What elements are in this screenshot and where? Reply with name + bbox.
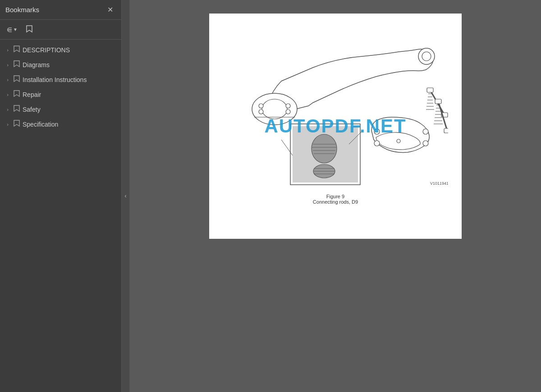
bookmark-arrow-icon: › xyxy=(5,92,11,97)
grid-view-button[interactable]: ⋹ ▼ xyxy=(5,25,20,35)
figure-caption: Figure 9 Connecting rods, D9 xyxy=(313,194,358,205)
collapse-panel-handle[interactable]: ‹ xyxy=(122,0,130,392)
svg-rect-34 xyxy=(427,88,433,92)
image-ref: V1011941 xyxy=(430,181,448,186)
close-button[interactable]: ✕ xyxy=(105,5,116,15)
bookmark-marker-icon xyxy=(14,90,20,99)
sidebar-header: Bookmarks ✕ xyxy=(0,0,121,20)
page-container: V1011941 AUTOPDF.NET Figure 9 Connecting… xyxy=(209,14,462,239)
collapse-icon: ‹ xyxy=(125,193,127,199)
bookmark-marker-icon xyxy=(14,105,20,114)
figure-title: Figure 9 xyxy=(313,194,358,199)
bookmark-item-descriptions[interactable]: › DESCRIPTIONS xyxy=(0,42,121,57)
bookmark-marker-icon xyxy=(14,120,20,128)
sidebar: Bookmarks ✕ ⋹ ▼ › DESCRIPTIONS xyxy=(0,0,122,392)
svg-rect-45 xyxy=(444,128,448,133)
svg-point-5 xyxy=(259,109,263,114)
bookmark-arrow-icon: › xyxy=(5,77,11,82)
bookmark-item-repair[interactable]: › Repair xyxy=(0,87,121,102)
bookmark-icon xyxy=(26,25,33,34)
bookmark-arrow-icon: › xyxy=(5,62,11,68)
bookmark-label: Safety xyxy=(23,106,117,113)
bookmark-marker-icon xyxy=(14,60,20,69)
bookmark-label: DESCRIPTIONS xyxy=(23,46,117,54)
bookmark-item-installation-instructions[interactable]: › Installation Instructions xyxy=(0,72,121,87)
bookmark-list: › DESCRIPTIONS › Diagrams › Ins xyxy=(0,40,121,392)
svg-point-25 xyxy=(423,129,428,134)
connecting-rods-diagram: V1011941 xyxy=(223,27,448,189)
svg-point-3 xyxy=(422,52,431,61)
bookmark-label: Installation Instructions xyxy=(23,76,117,83)
svg-point-24 xyxy=(374,141,380,146)
grid-icon: ⋹ xyxy=(7,26,12,33)
close-icon: ✕ xyxy=(107,6,113,14)
main-rod xyxy=(252,48,435,125)
sidebar-title: Bookmarks xyxy=(5,6,39,14)
bookmark-arrow-icon: › xyxy=(5,122,11,127)
svg-point-23 xyxy=(374,129,380,134)
bookmark-item-diagrams[interactable]: › Diagrams xyxy=(0,57,121,72)
bearing-cap xyxy=(371,117,429,152)
bookmark-marker-icon xyxy=(14,75,20,84)
svg-rect-44 xyxy=(435,99,441,104)
detail-inset xyxy=(281,126,362,182)
figure-subtitle: Connecting rods, D9 xyxy=(313,199,358,205)
main-content: V1011941 AUTOPDF.NET Figure 9 Connecting… xyxy=(130,0,541,392)
dropdown-arrow-icon: ▼ xyxy=(13,27,18,32)
bookmark-label: Specification xyxy=(23,121,117,128)
svg-point-6 xyxy=(286,104,290,108)
diagram-area: V1011941 AUTOPDF.NET Figure 9 Connecting… xyxy=(223,27,448,205)
toolbar: ⋹ ▼ xyxy=(0,20,121,40)
bookmark-label: Repair xyxy=(23,91,117,98)
svg-point-11 xyxy=(312,134,337,163)
svg-point-4 xyxy=(259,104,263,108)
bookmark-arrow-icon: › xyxy=(5,47,11,53)
svg-point-1 xyxy=(262,99,287,119)
bookmark-button[interactable] xyxy=(23,23,35,36)
bookmark-item-specification[interactable]: › Specification xyxy=(0,117,121,132)
svg-point-7 xyxy=(286,109,290,114)
bookmark-label: Diagrams xyxy=(23,61,117,68)
svg-point-26 xyxy=(423,141,428,146)
bookmark-item-safety[interactable]: › Safety xyxy=(0,102,121,117)
svg-point-22 xyxy=(397,139,400,143)
bookmark-arrow-icon: › xyxy=(5,107,11,112)
bookmark-marker-icon xyxy=(14,46,20,54)
